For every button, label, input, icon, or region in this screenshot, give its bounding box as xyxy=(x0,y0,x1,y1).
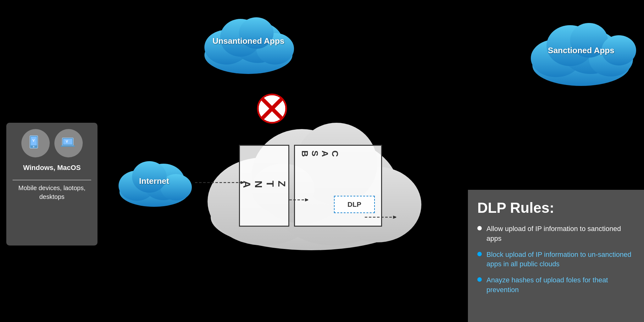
dlp-rule-3: Anayze hashes of upload foles for theat … xyxy=(477,275,635,295)
laptop-device-icon: V xyxy=(54,129,83,157)
sanctioned-label: Sanctioned Apps xyxy=(548,46,614,55)
svg-marker-40 xyxy=(305,198,308,201)
unsanctioned-apps-cloud: Unsantioned Apps xyxy=(195,6,302,76)
device-divider xyxy=(13,180,91,180)
dlp-rule-3-text: Anayze hashes of upload foles for theat … xyxy=(486,275,635,295)
device-primary-text: Windows, MacOS xyxy=(23,164,80,172)
dlp-rule-2-text: Block upload of IP information to un-san… xyxy=(486,250,635,269)
dlp-output-arrow xyxy=(365,214,396,220)
dlp-box: DLP xyxy=(334,196,375,213)
svg-rect-35 xyxy=(61,145,75,147)
svg-marker-38 xyxy=(241,181,244,184)
casb-label: CASB xyxy=(300,150,340,159)
casb-ztna-container: ZTNA CASB DLP xyxy=(239,145,396,236)
mobile-device-icon: V xyxy=(21,129,50,157)
dlp-rule-2-bullet xyxy=(477,252,482,256)
svg-marker-42 xyxy=(393,216,396,219)
svg-text:V: V xyxy=(66,139,68,143)
internet-cloud: Internet xyxy=(113,154,195,208)
internet-label: Internet xyxy=(139,176,169,186)
ztna-box: ZTNA xyxy=(239,145,289,227)
dlp-rule-2: Block upload of IP information to un-san… xyxy=(477,250,635,269)
device-icons-row: V V xyxy=(21,129,83,157)
block-icon xyxy=(256,93,288,124)
dlp-rules-panel: DLP Rules: Allow upload of IP informatio… xyxy=(468,190,644,322)
sanctioned-apps-cloud: Sanctioned Apps xyxy=(521,13,641,88)
dlp-rule-1: Allow upload of IP information to sancti… xyxy=(477,224,635,244)
svg-text:V: V xyxy=(32,138,35,142)
unsanctioned-label: Unsantioned Apps xyxy=(213,36,285,46)
ztna-to-casb-arrow xyxy=(289,197,308,203)
dlp-rule-1-bullet xyxy=(477,226,482,230)
main-scene: Unsantioned Apps Sanctioned Apps xyxy=(0,0,644,322)
dlp-rule-3-bullet xyxy=(477,277,482,282)
dlp-rule-1-text: Allow upload of IP information to sancti… xyxy=(486,224,635,244)
dlp-label: DLP xyxy=(347,201,361,209)
internet-to-ztna-arrow xyxy=(195,179,244,186)
dlp-rules-title: DLP Rules: xyxy=(477,199,635,216)
device-panel: V V Windows, MacOS Mobile devices, laoto… xyxy=(6,123,97,246)
device-secondary-text: Mobile devices, laotops, desktops xyxy=(13,184,91,201)
ztna-label: ZTNA xyxy=(241,181,287,190)
svg-point-31 xyxy=(33,146,35,147)
